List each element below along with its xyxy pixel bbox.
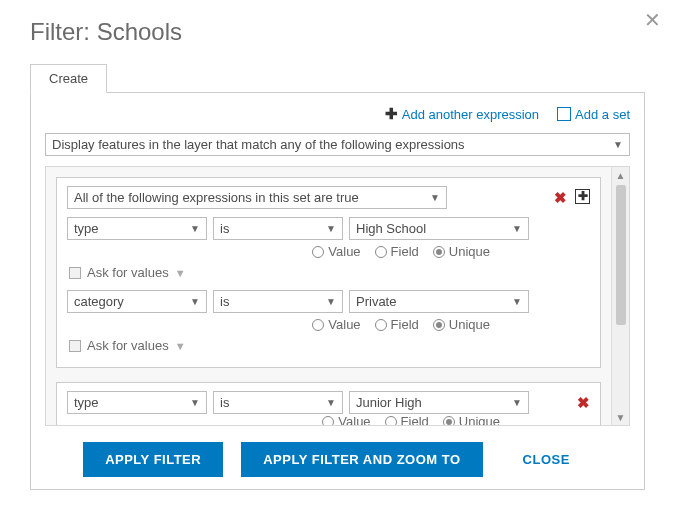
dropdown-arrow-icon: ▼ <box>326 296 336 307</box>
mode-field-radio[interactable]: Field <box>375 244 419 259</box>
scroll-up-icon[interactable]: ▲ <box>612 167 629 183</box>
scroll-thumb[interactable] <box>616 185 626 325</box>
ask-values-row[interactable]: Ask for values ▼ <box>69 338 590 353</box>
field-select[interactable]: category ▼ <box>67 290 207 313</box>
dropdown-arrow-icon: ▼ <box>512 397 522 408</box>
dropdown-arrow-icon: ▼ <box>326 397 336 408</box>
scroll-down-icon[interactable]: ▼ <box>612 409 629 425</box>
value-select[interactable]: Private ▼ <box>349 290 529 313</box>
field-select-label: type <box>74 395 99 410</box>
value-select-label: High School <box>356 221 426 236</box>
operator-select-label: is <box>220 294 229 309</box>
add-in-set-icon[interactable]: ✚ <box>575 189 590 204</box>
dialog-footer: APPLY FILTER APPLY FILTER AND ZOOM TO CL… <box>45 442 630 477</box>
dropdown-arrow-icon: ▼ <box>190 397 200 408</box>
delete-expression-icon[interactable]: ✖ <box>577 394 590 412</box>
mode-field-label: Field <box>391 317 419 332</box>
filter-dialog: Filter: Schools Create ✚ Add another exp… <box>0 0 675 512</box>
dropdown-arrow-icon: ▼ <box>190 223 200 234</box>
value-mode-row: Value Field Unique <box>67 244 590 259</box>
field-select-label: type <box>74 221 99 236</box>
mode-unique-label: Unique <box>449 244 490 259</box>
expression-set: All of the following expressions in this… <box>56 177 601 368</box>
dropdown-arrow-icon: ▼ <box>613 139 623 150</box>
expressions-scroll: All of the following expressions in this… <box>45 166 630 426</box>
operator-select[interactable]: is ▼ <box>213 290 343 313</box>
mode-unique-radio[interactable]: Unique <box>433 317 490 332</box>
dropdown-arrow-icon: ▼ <box>190 296 200 307</box>
dropdown-arrow-icon: ▼ <box>512 296 522 307</box>
set-condition-select[interactable]: All of the following expressions in this… <box>67 186 447 209</box>
set-actions: ✖ ✚ <box>554 189 590 207</box>
value-select-label: Junior High <box>356 395 422 410</box>
dropdown-arrow-icon: ▼ <box>430 192 440 203</box>
match-row: Display features in the layer that match… <box>45 133 630 156</box>
panel-toolbar: ✚ Add another expression Add a set <box>45 105 630 123</box>
mode-value-radio[interactable]: Value <box>312 317 360 332</box>
operator-select[interactable]: is ▼ <box>213 217 343 240</box>
ask-values-row[interactable]: Ask for values ▼ <box>69 265 590 280</box>
add-set-link[interactable]: Add a set <box>557 107 630 122</box>
mode-value-label: Value <box>338 414 370 425</box>
ask-values-label: Ask for values <box>87 265 169 280</box>
add-set-label: Add a set <box>575 107 630 122</box>
outer-expression: type ▼ is ▼ Junior High ▼ ✖ <box>56 382 601 425</box>
mode-unique-label: Unique <box>459 414 500 425</box>
add-set-checkbox[interactable] <box>557 107 571 121</box>
expression-row: category ▼ is ▼ Private ▼ <box>67 290 590 313</box>
mode-unique-radio[interactable]: Unique <box>433 244 490 259</box>
operator-select[interactable]: is ▼ <box>213 391 343 414</box>
field-select[interactable]: type ▼ <box>67 217 207 240</box>
scrollbar[interactable]: ▲ ▼ <box>611 167 629 425</box>
tabbar: Create <box>30 64 645 93</box>
field-select[interactable]: type ▼ <box>67 391 207 414</box>
mode-value-label: Value <box>328 317 360 332</box>
operator-select-label: is <box>220 221 229 236</box>
match-select[interactable]: Display features in the layer that match… <box>45 133 630 156</box>
expression-row: type ▼ is ▼ High School ▼ <box>67 217 590 240</box>
mode-value-radio[interactable]: Value <box>312 244 360 259</box>
chevron-down-icon: ▼ <box>175 340 186 352</box>
ask-values-checkbox[interactable] <box>69 267 81 279</box>
mode-field-label: Field <box>401 414 429 425</box>
dialog-close-icon[interactable]: ✕ <box>644 8 661 32</box>
set-header: All of the following expressions in this… <box>67 186 590 209</box>
set-condition-label: All of the following expressions in this… <box>74 190 359 205</box>
mode-field-radio[interactable]: Field <box>375 317 419 332</box>
add-expression-label: Add another expression <box>402 107 539 122</box>
dropdown-arrow-icon: ▼ <box>326 223 336 234</box>
value-mode-row: Value Field Unique <box>67 317 590 332</box>
dropdown-arrow-icon: ▼ <box>512 223 522 234</box>
ask-values-label: Ask for values <box>87 338 169 353</box>
mode-field-label: Field <box>391 244 419 259</box>
delete-set-icon[interactable]: ✖ <box>554 189 567 207</box>
apply-filter-button[interactable]: APPLY FILTER <box>83 442 223 477</box>
mode-value-label: Value <box>328 244 360 259</box>
match-select-label: Display features in the layer that match… <box>52 137 465 152</box>
mode-value-radio[interactable]: Value <box>322 414 370 425</box>
plus-icon: ✚ <box>385 105 398 123</box>
add-expression-link[interactable]: ✚ Add another expression <box>385 105 539 123</box>
tab-create[interactable]: Create <box>30 64 107 93</box>
apply-filter-zoom-button[interactable]: APPLY FILTER AND ZOOM TO <box>241 442 482 477</box>
value-select-label: Private <box>356 294 396 309</box>
ask-values-checkbox[interactable] <box>69 340 81 352</box>
value-mode-row: Value Field Unique <box>67 414 590 425</box>
close-button[interactable]: CLOSE <box>501 442 592 477</box>
create-panel: ✚ Add another expression Add a set Displ… <box>30 93 645 490</box>
field-select-label: category <box>74 294 124 309</box>
operator-select-label: is <box>220 395 229 410</box>
mode-unique-label: Unique <box>449 317 490 332</box>
value-select[interactable]: Junior High ▼ <box>349 391 529 414</box>
mode-unique-radio[interactable]: Unique <box>443 414 500 425</box>
mode-field-radio[interactable]: Field <box>385 414 429 425</box>
dialog-title: Filter: Schools <box>30 18 645 46</box>
chevron-down-icon: ▼ <box>175 267 186 279</box>
value-select[interactable]: High School ▼ <box>349 217 529 240</box>
